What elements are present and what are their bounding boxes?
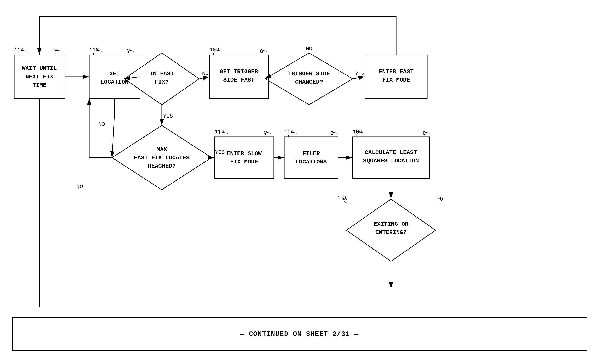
max-fast-fix-text-1: MAX (157, 146, 167, 153)
arrow-trigger-to-changed (265, 77, 269, 79)
ref-104: 104 (284, 129, 294, 135)
get-trigger-text-2: SIDE FAST (223, 77, 255, 83)
arrow-changed-to-enterfast (352, 77, 365, 79)
label-yes-changed: YES (355, 71, 365, 77)
arrow-getloc-no (112, 98, 115, 158)
label-g-trigger: G (260, 48, 263, 54)
label-no-fastfix: NO (202, 71, 208, 77)
label-yes-max: YES (215, 149, 225, 156)
exiting-entering-text-1: EXITING OR (374, 221, 408, 227)
calc-text-2: SQUARES LOCATION (363, 158, 419, 164)
exiting-entering-text-2: ENTERING? (375, 229, 406, 236)
label-g-filter: G (330, 130, 334, 136)
enter-slow-fix-text-1: ENTER SLOW (227, 150, 262, 157)
in-fast-fix-text-2: FIX? (155, 79, 169, 85)
trigger-changed-text-2: CHANGED? (295, 79, 323, 85)
max-fast-fix-text-3: REACHED? (148, 163, 176, 169)
label-y-slow: Y (264, 130, 267, 136)
enter-fast-fix-text-2: FIX MODE (382, 77, 410, 83)
continued-text: — CONTINUED ON SHEET 2/31 — (240, 330, 359, 338)
ref-102: 102 (210, 47, 219, 53)
enter-slow-fix-box (215, 137, 274, 178)
flowchart-svg: — CONTINUED ON SHEET 2/31 — WAIT UNTIL N… (0, 0, 599, 364)
get-location-text-2: LOCATION (101, 79, 128, 85)
ref-116: 116 (215, 129, 224, 135)
filter-locations-text-2: LOCATIONS (295, 159, 327, 165)
label-no-getloc: NO (98, 121, 105, 128)
arrow-fastfix-to-trigger (200, 77, 209, 79)
label-g-exit: G (440, 196, 443, 202)
calc-text-1: CALCULATE LEAST (365, 149, 417, 156)
enter-slow-fix-text-2: FIX MODE (230, 159, 258, 165)
filter-locations-box (284, 137, 338, 178)
label-y-wait: Y (54, 48, 58, 54)
filter-locations-text-1: FILER (302, 150, 320, 157)
label-y-getloc: Y (127, 48, 130, 54)
max-fast-fix-text-2: FAST FIX LOCATES (134, 154, 190, 161)
wait-fix-text-3: TIME (32, 82, 46, 88)
label-no-max: NO (77, 184, 83, 190)
diagram-container: — CONTINUED ON SHEET 2/31 — WAIT UNTIL N… (0, 0, 599, 364)
trigger-changed-text-1: TRIGGER SIDE (288, 71, 330, 77)
get-location-text-1: GET (109, 71, 120, 77)
arrow-max-no-to-getloc (89, 98, 112, 158)
ref-114: 114 (14, 47, 24, 53)
label-g-calc: G (423, 130, 426, 136)
enter-fast-fix-text-1: ENTER FAST (379, 68, 414, 75)
svg-line-7 (344, 201, 346, 203)
get-trigger-text-1: GET TRIGGER (220, 68, 258, 75)
label-yes-fastfix: YES (163, 113, 173, 119)
wait-fix-text-2: NEXT FIX (26, 74, 53, 80)
ref-118: 118 (89, 47, 99, 53)
wait-fix-text-1: WAIT UNTIL (22, 65, 57, 72)
ref-106: 106 (352, 129, 362, 135)
in-fast-fix-text-1: IN FAST (150, 71, 174, 77)
